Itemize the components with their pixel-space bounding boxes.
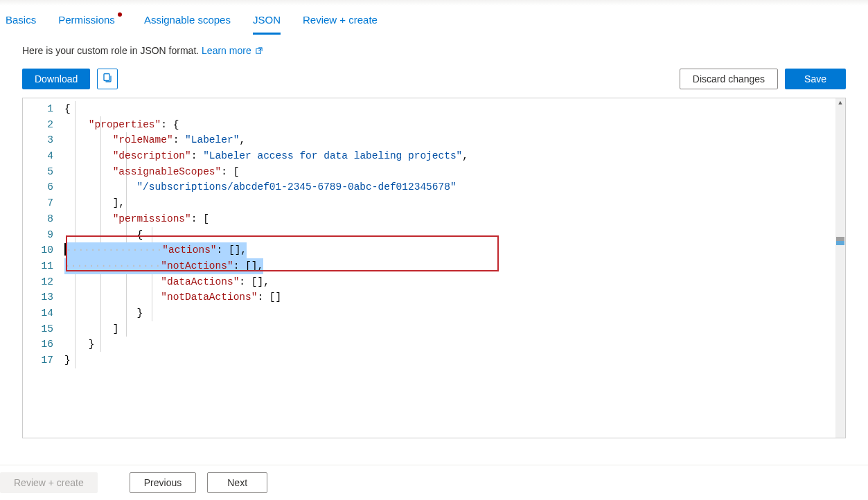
code-line-2: "properties": { (64, 117, 835, 133)
learn-more-link[interactable]: Learn more (202, 45, 262, 56)
code-line-7: ], (64, 195, 835, 211)
top-border (0, 0, 868, 6)
line-number: 8 (23, 211, 53, 227)
line-number: 11 (23, 258, 53, 274)
code-line-17: } (64, 352, 835, 368)
discard-changes-button[interactable]: Discard changes (680, 69, 778, 89)
line-number: 7 (23, 195, 53, 211)
permissions-changed-dot-icon (118, 12, 122, 17)
toolbar-left: Download (22, 69, 118, 89)
learn-more-label: Learn more (202, 45, 251, 56)
code-line-16: } (64, 337, 835, 352)
code-line-12: "dataActions": [], (64, 274, 835, 290)
scroll-up-arrow-icon[interactable]: ▲ (835, 98, 845, 108)
json-editor[interactable]: 1 2 3 4 5 6 7 8 9 10 11 12 13 14 15 16 1… (22, 98, 846, 438)
line-number: 15 (23, 321, 53, 337)
code-area[interactable]: { "properties": { "roleName": "Labeler",… (64, 98, 835, 438)
code-line-15: ] (64, 321, 835, 337)
line-number: 2 (23, 117, 53, 133)
line-number: 12 (23, 274, 53, 290)
copy-button[interactable] (97, 69, 118, 89)
line-number: 9 (23, 227, 53, 243)
download-button[interactable]: Download (22, 69, 90, 89)
line-number: 6 (23, 179, 53, 195)
code-line-3: "roleName": "Labeler", (64, 132, 835, 148)
tab-basics[interactable]: Basics (6, 6, 36, 34)
code-line-10: ················"actions": [], (64, 242, 835, 258)
description-text: Here is your custom role in JSON format. (22, 45, 202, 56)
line-number: 13 (23, 289, 53, 305)
line-number: 1 (23, 101, 53, 117)
line-number: 17 (23, 352, 53, 368)
toolbar: Download Discard changes Save (22, 69, 846, 89)
code-line-13: "notDataActions": [] (64, 289, 835, 305)
copy-icon (102, 73, 113, 86)
code-line-1: { (64, 101, 835, 117)
text-cursor-icon (64, 243, 66, 256)
line-number: 5 (23, 164, 53, 180)
line-number: 10 (23, 242, 53, 258)
line-number: 16 (23, 337, 53, 352)
tab-json[interactable]: JSON (253, 6, 281, 34)
code-line-8: "permissions": [ (64, 211, 835, 227)
code-line-11: ················"notActions": [], (64, 258, 835, 274)
code-line-4: "description": "Labeler access for data … (64, 148, 835, 164)
code-line-6: "/subscriptions/abcdef01-2345-6789-0abc-… (64, 179, 835, 195)
line-number: 4 (23, 148, 53, 164)
save-button[interactable]: Save (785, 69, 846, 89)
tab-permissions-label: Permissions (58, 14, 115, 26)
tab-bar: Basics Permissions Assignable scopes JSO… (0, 6, 868, 34)
toolbar-right: Discard changes Save (680, 69, 846, 89)
line-number-gutter: 1 2 3 4 5 6 7 8 9 10 11 12 13 14 15 16 1… (23, 98, 64, 438)
line-number: 3 (23, 132, 53, 148)
description-row: Here is your custom role in JSON format.… (22, 45, 846, 56)
external-link-icon (256, 46, 263, 56)
tab-permissions[interactable]: Permissions (58, 6, 122, 34)
content-area: Here is your custom role in JSON format.… (0, 45, 868, 438)
overview-mark (836, 241, 844, 245)
tab-review-create[interactable]: Review + create (303, 6, 378, 34)
vertical-scrollbar[interactable]: ▲ (835, 98, 845, 438)
svg-rect-1 (104, 73, 109, 80)
code-line-14: } (64, 305, 835, 321)
code-line-9: { (64, 227, 835, 243)
code-line-5: "assignableScopes": [ (64, 164, 835, 180)
line-number: 14 (23, 305, 53, 321)
tab-assignable-scopes[interactable]: Assignable scopes (144, 6, 231, 34)
